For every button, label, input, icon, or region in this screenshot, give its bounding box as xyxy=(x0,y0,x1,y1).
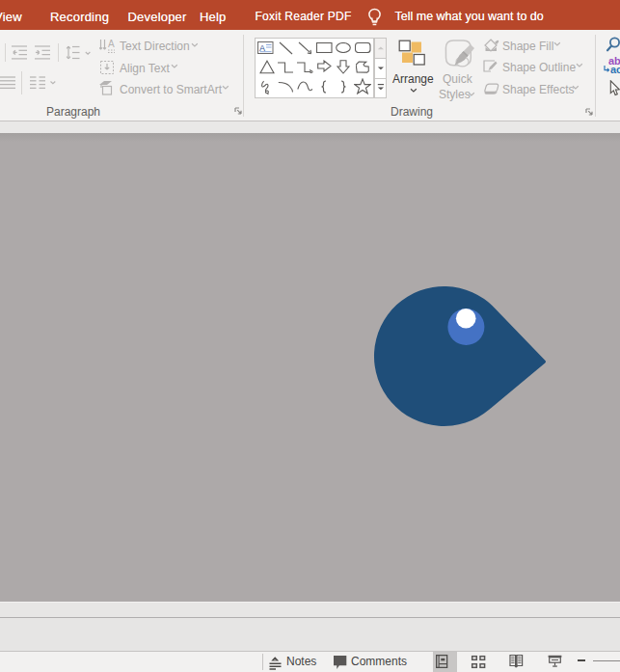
svg-text:A: A xyxy=(259,43,265,53)
svg-text:A: A xyxy=(108,40,115,49)
